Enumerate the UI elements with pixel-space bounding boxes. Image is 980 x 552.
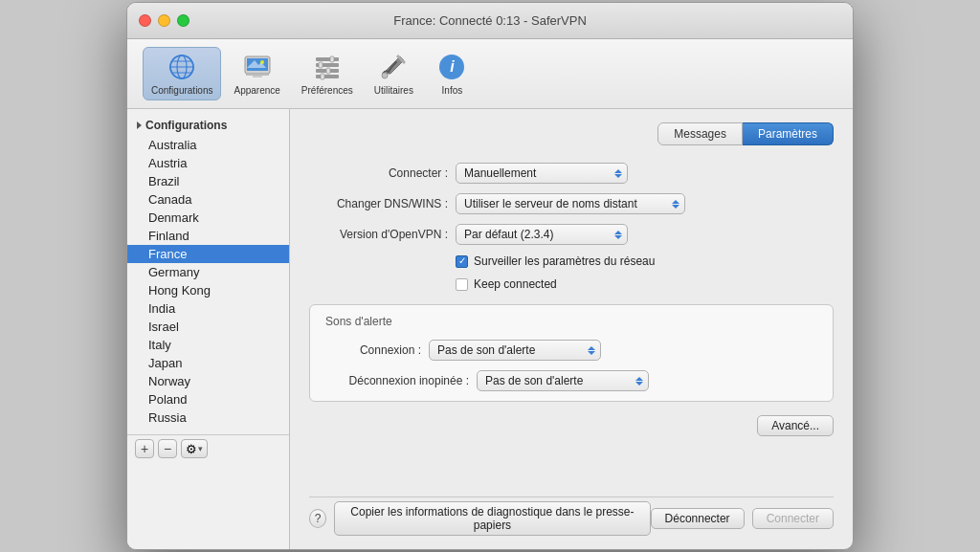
disconnect-button[interactable]: Déconnecter [651,508,745,529]
checkbox2-row: Keep connected [309,277,834,291]
maximize-button[interactable] [177,14,189,27]
sidebar-item-russia[interactable]: Russia [127,408,289,427]
config-gear-button[interactable]: ⚙ ▾ [181,439,208,458]
sidebar-item-brazil[interactable]: Brazil [127,172,289,190]
alert-section: Sons d'alerte Connexion : Pas de son d'a… [309,304,834,402]
tab-parametres[interactable]: Paramètres [743,122,834,145]
toolbar: Configurations Apparence [127,39,853,109]
connect-select-wrapper: Manuellement [456,163,628,184]
sidebar-item-israel[interactable]: Israel [127,318,289,336]
main-panel: Messages Paramètres Connecter : Manuelle… [290,109,853,549]
diagnostic-button[interactable]: Copier les informations de diagnostique … [334,501,650,536]
sidebar-item-germany[interactable]: Germany [127,263,289,281]
connexion-alert-select[interactable]: Pas de son d'alerte [429,340,601,361]
sidebar-item-norway[interactable]: Norway [127,372,289,390]
deconnexion-alert-select[interactable]: Pas de son d'alerte [477,370,649,391]
sidebar-item-italy[interactable]: Italy [127,336,289,354]
svg-rect-11 [316,57,339,61]
sidebar-item-poland[interactable]: Poland [127,390,289,408]
connect-button[interactable]: Connecter [752,508,834,529]
infos-icon: i [436,52,467,82]
sidebar-item-australia[interactable]: Australia [127,136,289,154]
openvpn-label: Version d'OpenVPN : [309,228,448,241]
openvpn-select[interactable]: Par défaut (2.3.4) [456,224,628,245]
toolbar-infos-label: Infos [442,85,463,96]
svg-rect-15 [330,56,334,62]
add-config-button[interactable]: + [135,439,154,458]
sidebar-item-finland[interactable]: Finland [127,227,289,245]
sidebar-item-hong-kong[interactable]: Hong Kong [127,281,289,299]
surveiller-checkbox[interactable] [456,255,468,268]
bottom-right: Déconnecter Connecter [651,508,834,529]
sidebar-header-label: Configurations [145,119,227,132]
checkbox1-row: Surveiller les paramètres du réseau [309,254,834,268]
bottom-bar: ? Copier les informations de diagnostiqu… [309,497,834,536]
svg-rect-16 [319,62,323,68]
svg-point-10 [260,60,264,64]
dns-select[interactable]: Utiliser le serveur de noms distant [456,193,685,214]
toolbar-utilitaires[interactable]: Utilitaires [366,47,422,100]
globe-icon [167,52,197,82]
sidebar-header: Configurations [127,117,289,136]
deconnexion-alert-label: Déconnexion inopinée : [325,374,469,387]
titlebar: France: Connecté 0:13 - SaferVPN [127,3,853,39]
toolbar-utilitaires-label: Utilitaires [374,85,413,96]
sidebar-item-japan[interactable]: Japan [127,354,289,372]
openvpn-select-wrapper: Par défaut (2.3.4) [456,224,628,245]
openvpn-row: Version d'OpenVPN : Par défaut (2.3.4) [309,224,834,245]
keep-connected-label: Keep connected [474,277,557,291]
settings-form: Connecter : Manuellement Changer DNS/WIN… [309,163,834,291]
connect-label: Connecter : [309,166,448,180]
keep-connected-checkbox[interactable] [456,278,468,291]
close-button[interactable] [139,14,151,27]
alert-section-title: Sons d'alerte [325,315,817,328]
dns-row: Changer DNS/WINS : Utiliser le serveur d… [309,193,834,214]
gear-icon: ⚙ [186,442,197,456]
main-window: France: Connecté 0:13 - SaferVPN Configu… [126,2,854,550]
advanced-button[interactable]: Avancé... [757,415,834,436]
window-title: France: Connecté 0:13 - SaferVPN [393,13,587,28]
connexion-alert-select-wrapper: Pas de son d'alerte [429,340,601,361]
connexion-alert-label: Connexion : [325,343,421,357]
tab-bar: Messages Paramètres [309,122,834,145]
preferences-icon [312,52,343,82]
expand-triangle-icon [137,121,142,129]
svg-rect-14 [316,75,339,78]
svg-rect-9 [253,76,262,77]
toolbar-infos[interactable]: i Infos [426,47,479,100]
sidebar: Configurations Australia Austria Brazil … [127,109,290,549]
toolbar-apparence-label: Apparence [234,85,279,96]
svg-rect-8 [246,74,269,76]
toolbar-apparence[interactable]: Apparence [225,47,288,100]
connect-select[interactable]: Manuellement [456,163,628,184]
deconnexion-alert-select-wrapper: Pas de son d'alerte [477,370,649,391]
dns-label: Changer DNS/WINS : [309,197,448,210]
toolbar-preferences-label: Préférences [301,85,353,96]
bottom-left: ? Copier les informations de diagnostiqu… [309,501,651,536]
minimize-button[interactable] [158,14,170,27]
advanced-btn-row: Avancé... [309,415,834,436]
deconnexion-alert-row: Déconnexion inopinée : Pas de son d'aler… [325,370,817,391]
content: Configurations Australia Austria Brazil … [127,109,853,549]
toolbar-configurations-label: Configurations [151,85,212,96]
remove-config-button[interactable]: − [158,439,177,458]
connexion-alert-row: Connexion : Pas de son d'alerte [325,340,817,361]
toolbar-configurations[interactable]: Configurations [143,47,221,100]
help-button[interactable]: ? [309,509,326,528]
sidebar-item-canada[interactable]: Canada [127,190,289,209]
connect-row: Connecter : Manuellement [309,163,834,184]
traffic-lights [139,14,189,27]
sidebar-item-india[interactable]: India [127,299,289,318]
toolbar-preferences[interactable]: Préférences [293,47,362,100]
apparence-icon [242,52,273,82]
sidebar-item-austria[interactable]: Austria [127,154,289,172]
surveiller-label: Surveiller les paramètres du réseau [474,254,655,268]
svg-point-19 [382,73,388,78]
sidebar-item-france[interactable]: France [127,245,289,263]
sidebar-item-denmark[interactable]: Denmark [127,209,289,227]
utilitaires-icon [378,52,409,82]
svg-rect-18 [321,74,324,79]
svg-point-5 [170,55,193,78]
svg-rect-17 [326,68,330,74]
tab-messages[interactable]: Messages [657,122,743,145]
